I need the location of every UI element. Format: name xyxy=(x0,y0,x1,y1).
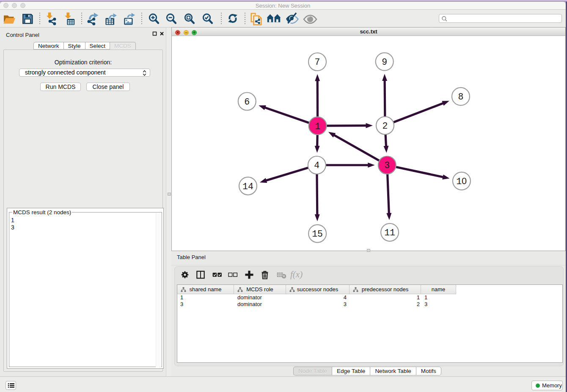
svg-text:6: 6 xyxy=(244,97,250,107)
svg-text:0: 0 xyxy=(462,176,467,186)
svg-text:15: 15 xyxy=(312,229,323,239)
svg-text:1: 1 xyxy=(315,121,320,132)
svg-text:9: 9 xyxy=(382,57,387,67)
svg-text:14: 14 xyxy=(242,182,253,192)
svg-text:7: 7 xyxy=(315,57,320,67)
svg-text:2: 2 xyxy=(383,121,388,131)
svg-text:1: 1 xyxy=(456,177,462,187)
svg-text:3: 3 xyxy=(384,160,390,171)
svg-text:11: 11 xyxy=(384,228,395,238)
svg-text:8: 8 xyxy=(458,92,463,102)
svg-text:4: 4 xyxy=(314,160,319,171)
